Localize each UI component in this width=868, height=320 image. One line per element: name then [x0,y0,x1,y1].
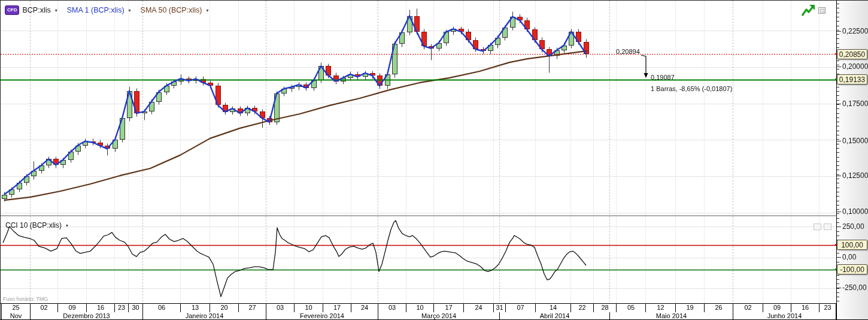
instrument-label: BCP:xlis [22,6,50,14]
sma1-selector[interactable]: SMA 1 (BCP:xlis) ▾ [67,6,131,14]
axis-box-tick [835,244,837,245]
week-label: 09 [763,304,791,312]
axis-box-tick [835,79,837,80]
week-label: 10 [406,304,433,312]
axis-tick-label: 0,17500 [842,99,868,108]
axis-tick-label: 0,00 [842,253,856,261]
cfd-badge: CFD [5,5,19,15]
month-label: Junho 2014 [733,312,836,320]
sma50-label: SMA 50 (BCP:xlis) [141,6,202,14]
month-label: Março 2014 [378,312,499,320]
week-label: 16 [791,304,819,312]
week-label: 23 [819,304,836,312]
cci-label-text: CCI 10 (BCP:xlis) [5,221,62,230]
axis-price-box: -100,00 [837,264,867,274]
week-label: 24 [463,304,493,312]
timezone-note: Fuso horário: TMG [3,296,48,302]
axis-tick-label: 0,10000 [842,207,868,216]
week-label: 05 [616,304,645,312]
week-label: 09 [57,304,86,312]
restore-window-icon[interactable] [818,7,825,14]
cci-panel-options[interactable] [814,224,831,230]
axis-tick-label: 0,20000 [842,62,868,71]
cci-indicator-selector[interactable]: CCI 10 (BCP:xlis) ▾ [5,221,68,230]
panel-menu-icon[interactable] [814,224,821,230]
axis-tick-label: 250,00 [842,222,864,231]
panel-collapse-icon[interactable] [824,224,831,230]
axis-price-box: 100,00 [837,240,867,250]
week-label: 10 [294,304,323,312]
month-label: Maio 2014 [609,312,733,320]
axis-tick-label: 0,12500 [842,171,868,180]
panel-divider[interactable] [1,215,836,216]
week-label: 02 [733,304,763,312]
week-label: 25 [1,304,30,312]
axis-box-tick [835,53,837,55]
trend-arrow-icon[interactable] [800,4,816,18]
date-axis[interactable]: 2502091623300613202703101724031017243107… [1,303,836,313]
week-label: 06 [142,304,180,312]
axis-box-tick [835,268,837,270]
axis-tick-label: 0,15000 [842,137,868,145]
sma1-label: SMA 1 (BCP:xlis) [67,6,125,14]
month-label: Dezembro 2013 [30,312,142,320]
week-label: 28 [593,304,616,312]
week-label: 20 [210,304,238,312]
month-label: Abril 2014 [499,312,609,320]
axis-tick-label: -250,00 [842,283,867,292]
chevron-down-icon: ▾ [129,8,131,13]
week-label: 30 [128,304,142,312]
trend-arrow-zigzag [802,7,813,16]
week-label: 16 [86,304,114,312]
week-label: 03 [266,304,294,312]
week-label: 26 [704,304,733,312]
month-label: Fevereiro 2014 [266,312,378,320]
month-label: Janeiro 2014 [142,312,266,320]
week-label: 19 [675,304,704,312]
week-label: 02 [30,304,57,312]
week-label: 12 [645,304,675,312]
chart-legend: CFD BCP:xlis ▾ SMA 1 (BCP:xlis) ▾ SMA 50… [5,5,208,15]
chevron-down-icon: ▾ [66,223,68,228]
measure-end-price: 0,19087 [651,74,675,81]
week-label: 17 [323,304,351,312]
measure-detail: 1 Barras, -8,65% (-0,01807) [651,85,732,92]
month-label: Nov [1,312,30,320]
sma50-selector[interactable]: SMA 50 (BCP:xlis) ▾ [141,6,209,14]
axis-price-box: 0,19133 [837,74,867,84]
week-label: 24 [351,304,378,312]
axis-tick-label: 0,22500 [842,27,868,35]
month-axis: NovDezembro 2013Janeiro 2014Fevereiro 20… [1,312,836,320]
chevron-down-icon: ▾ [55,8,57,13]
instrument-selector[interactable]: CFD BCP:xlis ▾ [5,5,57,15]
week-label: 17 [433,304,463,312]
week-label: 23 [114,304,128,312]
main-price-chart[interactable] [1,1,836,215]
week-label: 31 [493,304,505,312]
trading-chart-window: CFD BCP:xlis ▾ SMA 1 (BCP:xlis) ▾ SMA 50… [0,0,868,320]
week-label: 22 [570,304,593,312]
week-label: 07 [505,304,535,312]
week-label: 27 [238,304,266,312]
week-label: 03 [378,304,406,312]
cci-indicator-chart[interactable] [1,216,836,303]
week-label: 13 [180,304,210,312]
chevron-down-icon: ▾ [206,8,208,13]
axis-price-box: 0,20850 [837,49,867,59]
week-label: 14 [535,304,570,312]
measure-start-price: 0,20894 [616,48,644,55]
